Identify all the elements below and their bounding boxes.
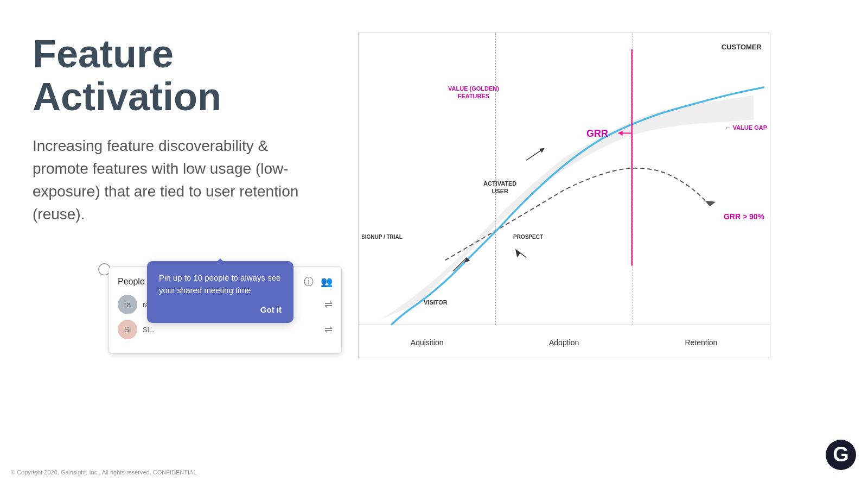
svg-marker-8 (515, 250, 520, 258)
tooltip-popup: Pin up to 10 people to always see your s… (147, 261, 293, 323)
chart-svg (359, 33, 770, 325)
row-action-2[interactable]: ⇌ (324, 324, 333, 335)
widget-icon: ⓘ 👥 (304, 275, 333, 288)
row-action-1[interactable]: ⇌ (324, 299, 333, 310)
people-icon: 👥 (321, 276, 333, 287)
label-prospect: PROSPECT (513, 234, 543, 240)
row-text-2: Si... (143, 326, 319, 334)
avatar-2: Si (118, 320, 137, 339)
label-value-gap: ← VALUE GAP (725, 124, 767, 131)
avatar-1: ra (118, 295, 137, 314)
label-customer: CUSTOMER (722, 43, 762, 51)
right-panel: CUSTOMER VALUE (GOLDEN)FEATURES GRR ← VA… (347, 0, 868, 380)
svg-marker-0 (705, 201, 716, 206)
label-visitor: VISITOR (424, 299, 448, 306)
label-value-golden: VALUE (GOLDEN)FEATURES (448, 85, 499, 100)
widget-card: People you meet with ⓘ 👥 ra ra... ⇌ Si S… (108, 266, 342, 354)
activated-user-text: ACTIVATEDUSER (483, 180, 516, 194)
svg-line-2 (526, 149, 542, 160)
avatar-initials-2: Si (124, 325, 131, 334)
svg-text:™: ™ (853, 442, 857, 447)
label-grr: GRR (586, 128, 608, 139)
gainsight-logo: G ™ (825, 439, 857, 471)
description-text: Increasing feature discoverability & pro… (33, 135, 315, 226)
help-icon: ⓘ (304, 276, 314, 287)
label-activated-user: ACTIVATEDUSER (483, 180, 516, 195)
x-label-aquisition: Aquisition (359, 338, 495, 347)
left-panel: Feature Activation Increasing feature di… (0, 0, 347, 248)
tooltip-got-it-button[interactable]: Got it (159, 305, 282, 314)
copyright-text: © Copyright 2020, Gainsight, Inc., All r… (11, 469, 197, 475)
slide-container: Feature Activation Increasing feature di… (0, 0, 868, 482)
main-title: Feature Activation (33, 33, 315, 118)
tooltip-text: Pin up to 10 people to always see your s… (159, 272, 282, 296)
label-grr-pct: GRR > 90% (724, 212, 764, 221)
chart-container: CUSTOMER VALUE (GOLDEN)FEATURES GRR ← VA… (358, 33, 770, 358)
value-golden-text: VALUE (GOLDEN)FEATURES (448, 85, 499, 99)
x-label-retention: Retention (633, 338, 770, 347)
svg-text:G: G (833, 443, 849, 466)
widget-area: People you meet with ⓘ 👥 ra ra... ⇌ Si S… (108, 266, 342, 354)
label-signup: SIGNUP / TRIAL (361, 234, 403, 240)
avatar-initials-1: ra (124, 300, 131, 309)
x-label-adoption: Adoption (495, 338, 632, 347)
